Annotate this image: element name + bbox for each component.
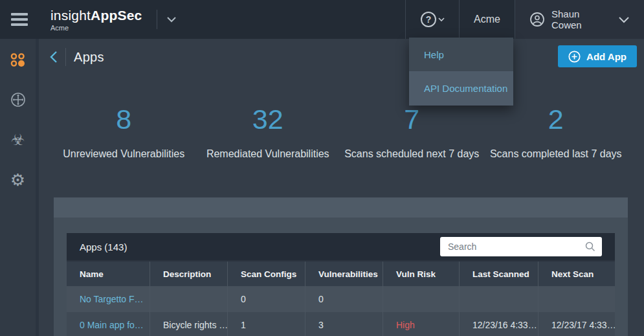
app-description: Bicycle rights … bbox=[150, 312, 228, 336]
main-content: Apps Add App 8 Unreviewed Vulnerabilitie… bbox=[39, 39, 644, 336]
column-header-description[interactable]: Description bbox=[150, 262, 228, 286]
menu-item-help[interactable]: Help bbox=[409, 38, 513, 71]
product-logo-text: insightAppSec bbox=[50, 8, 142, 23]
sidebar-item-apps[interactable] bbox=[0, 39, 36, 80]
plus-circle-icon bbox=[568, 50, 581, 63]
menu-item-api-documentation[interactable]: API Documentation bbox=[409, 71, 513, 106]
stat-value: 2 bbox=[484, 104, 628, 135]
product-logo: insightAppSec Acme bbox=[50, 0, 142, 39]
help-question-icon: ? bbox=[420, 11, 437, 28]
org-section: Acme bbox=[459, 0, 515, 39]
header-divider bbox=[65, 48, 66, 66]
help-menu-button[interactable]: ? bbox=[405, 0, 459, 39]
user-avatar-icon bbox=[529, 12, 545, 27]
sidebar-item-targets[interactable] bbox=[0, 80, 36, 120]
app-name-link[interactable]: No Targetto F… bbox=[67, 286, 150, 312]
help-dropdown-menu: Help API Documentation bbox=[409, 38, 513, 106]
user-chevron-down-icon bbox=[618, 16, 630, 23]
apps-table: Apps (143) Name Description Scan Configs… bbox=[67, 233, 615, 336]
topbar-divider bbox=[157, 10, 157, 29]
column-header-name[interactable]: Name bbox=[67, 262, 150, 286]
stat-scans-scheduled: 7 Scans scheduled next 7 days bbox=[340, 104, 484, 160]
stat-unreviewed-vulnerabilities: 8 Unreviewed Vulnerabilities bbox=[52, 104, 196, 160]
apps-card: Apps (143) Name Description Scan Configs… bbox=[54, 197, 628, 336]
biohazard-icon: ☣ bbox=[11, 132, 25, 148]
stat-label: Unreviewed Vulnerabilities bbox=[52, 148, 196, 160]
svg-text:?: ? bbox=[426, 14, 432, 25]
stat-scans-completed: 2 Scans completed last 7 days bbox=[484, 104, 628, 160]
app-next-scan: 12/23/17 4:33… bbox=[539, 312, 615, 336]
user-menu-button[interactable]: Shaun Cowen bbox=[515, 0, 644, 39]
app-name-link[interactable]: 0 Main app fo… bbox=[67, 312, 150, 336]
column-header-next-scan[interactable]: Next Scan bbox=[539, 262, 615, 286]
app-vuln-risk bbox=[383, 286, 460, 312]
sidebar-item-settings[interactable]: ⚙ bbox=[0, 160, 36, 200]
column-header-vulnerabilities[interactable]: Vulnerabilities bbox=[305, 262, 383, 286]
table-toolbar: Apps (143) bbox=[67, 233, 615, 260]
apps-grid-icon bbox=[10, 53, 25, 67]
app-vuln-risk: High bbox=[383, 312, 460, 336]
table-title: Apps (143) bbox=[80, 241, 127, 252]
page-header: Apps Add App bbox=[39, 39, 644, 75]
table-row[interactable]: No Targetto F… 0 0 bbox=[67, 286, 615, 312]
stat-label: Scans completed last 7 days bbox=[484, 148, 628, 160]
column-header-scan-configs[interactable]: Scan Configs bbox=[228, 262, 305, 286]
table-header-row: Name Description Scan Configs Vulnerabil… bbox=[67, 260, 615, 286]
stats-row: 8 Unreviewed Vulnerabilities 32 Remediat… bbox=[52, 104, 628, 160]
org-label: Acme bbox=[474, 14, 500, 25]
sidebar-nav: ☣ ⚙ bbox=[0, 39, 39, 336]
table-row[interactable]: 0 Main app fo… Bicycle rights … 1 3 High… bbox=[67, 312, 615, 336]
stat-label: Scans scheduled next 7 days bbox=[340, 148, 484, 160]
back-button[interactable] bbox=[45, 48, 61, 66]
app-next-scan bbox=[539, 286, 615, 312]
stat-value: 32 bbox=[196, 104, 340, 135]
gear-icon: ⚙ bbox=[10, 172, 25, 188]
stat-remediated-vulnerabilities: 32 Remediated Vulnerabilities bbox=[196, 104, 340, 160]
app-last-scanned bbox=[460, 286, 539, 312]
column-header-vuln-risk[interactable]: Vuln Risk bbox=[383, 262, 460, 286]
help-chevron-down-icon bbox=[438, 17, 445, 22]
app-last-scanned: 12/23/16 4:33… bbox=[460, 312, 539, 336]
app-vulnerabilities: 3 bbox=[305, 312, 383, 336]
search-box bbox=[440, 237, 602, 256]
page-title: Apps bbox=[74, 50, 104, 65]
logo-org-label: Acme bbox=[50, 24, 142, 32]
user-name: Shaun Cowen bbox=[551, 8, 608, 30]
stat-label: Remediated Vulnerabilities bbox=[196, 148, 340, 160]
app-description bbox=[150, 286, 228, 312]
sidebar-item-vulnerabilities[interactable]: ☣ bbox=[0, 120, 36, 160]
stat-value: 7 bbox=[340, 104, 484, 135]
product-switcher-chevron-down-icon[interactable] bbox=[166, 16, 177, 23]
column-header-last-scanned[interactable]: Last Scanned bbox=[460, 262, 539, 286]
app-scan-configs: 0 bbox=[228, 286, 305, 312]
app-vulnerabilities: 0 bbox=[305, 286, 383, 312]
search-input[interactable] bbox=[440, 241, 583, 252]
topbar: insightAppSec Acme ? Acme bbox=[0, 0, 644, 39]
search-icon[interactable] bbox=[583, 241, 602, 252]
target-crosshair-icon bbox=[10, 92, 26, 107]
card-header-strip bbox=[54, 197, 628, 218]
add-app-button[interactable]: Add App bbox=[558, 45, 637, 67]
stat-value: 8 bbox=[52, 104, 196, 135]
hamburger-menu-icon[interactable] bbox=[0, 0, 39, 39]
app-scan-configs: 1 bbox=[228, 312, 305, 336]
add-app-label: Add App bbox=[586, 51, 627, 62]
